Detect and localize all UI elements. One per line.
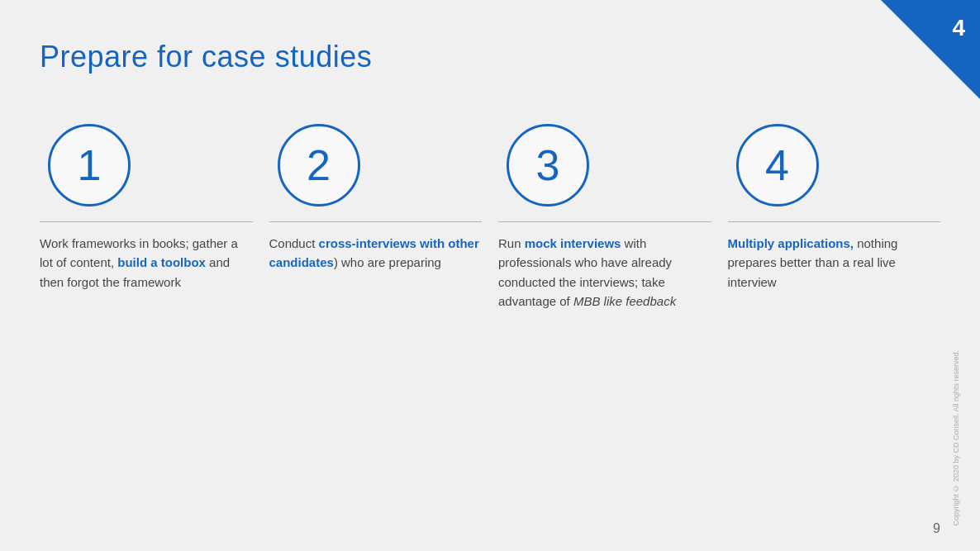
slide-title: Prepare for case studies (40, 40, 372, 74)
step-1-text: Work frameworks in books; gather a lot o… (40, 234, 253, 292)
page-number: 9 (933, 521, 940, 536)
step-3-text: Run mock interviews with professionals w… (498, 234, 711, 311)
slide: 4 Prepare for case studies 1 Work framew… (0, 0, 980, 551)
step-2-circle: 2 (278, 124, 360, 207)
corner-decoration: 4 (881, 0, 980, 99)
step-4-text: Multiply applications, nothing prepares … (728, 234, 941, 292)
step-3-circle: 3 (507, 124, 589, 207)
step-3-number: 3 (536, 144, 560, 187)
step-2-highlight: cross-interviews with other candidates (269, 236, 479, 269)
step-1-highlight: build a toolbox (117, 255, 206, 269)
step-2-divider (269, 221, 483, 222)
step-2-text: Conduct cross-interviews with other cand… (269, 234, 483, 273)
step-2-number: 2 (307, 144, 331, 187)
steps-container: 1 Work frameworks in books; gather a lot… (40, 124, 940, 311)
step-3-highlight: mock interviews (525, 236, 621, 250)
step-1-circle: 1 (48, 124, 131, 207)
step-3: 3 Run mock interviews with professionals… (498, 124, 711, 311)
step-3-italic: MBB like feedback (573, 294, 676, 308)
step-4-circle: 4 (736, 124, 819, 207)
corner-number: 4 (952, 15, 965, 41)
step-2: 2 Conduct cross-interviews with other ca… (269, 124, 483, 273)
step-1-number: 1 (78, 144, 102, 187)
step-3-divider (498, 221, 711, 222)
step-4-divider (728, 221, 941, 222)
step-4: 4 Multiply applications, nothing prepare… (728, 124, 941, 292)
copyright: Copyright © 2020 by CD Conseil. All righ… (952, 350, 960, 526)
step-1: 1 Work frameworks in books; gather a lot… (40, 124, 253, 292)
step-4-number: 4 (765, 144, 789, 187)
step-1-divider (40, 221, 253, 222)
step-4-highlight: Multiply applications, (728, 236, 854, 250)
